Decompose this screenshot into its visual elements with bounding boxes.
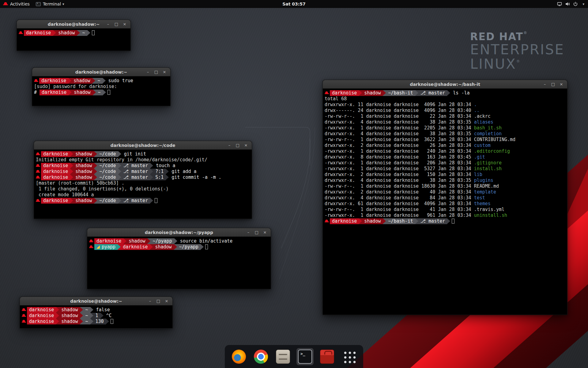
prompt-segment-path: ~/bash-it: [386, 90, 415, 96]
terminal-line: [sudo] password for darknoise:: [34, 84, 168, 90]
minimize-button[interactable]: –: [105, 21, 111, 27]
minimize-button[interactable]: –: [542, 81, 548, 87]
terminal-line: -rw-rw-r--. 1 darknoise darknoise 41 Jan…: [325, 207, 565, 213]
output-text: drwxrwxr-x. 2 darknoise darknoise 26 Jan…: [325, 143, 474, 148]
output-text: CONTRIBUTING.md: [474, 137, 515, 142]
clock[interactable]: Sat 03:57: [282, 2, 306, 6]
redhat-logo-icon: [3, 2, 8, 6]
prompt-segment-status: S:1: [153, 174, 166, 180]
maximize-button[interactable]: □: [254, 229, 260, 236]
window-titlebar[interactable]: darknoise@shadow:~ – □ ×: [17, 20, 130, 29]
close-button[interactable]: ×: [164, 298, 170, 304]
firefox-dock-button[interactable]: [230, 348, 247, 365]
output-text: custom: [474, 143, 491, 148]
prompt-segment-user: darknoise: [330, 218, 359, 224]
powerline-separator-icon: [90, 319, 93, 324]
close-button[interactable]: ×: [262, 229, 268, 236]
output-text: -rw-rw-r--. 1 darknoise darknoise 41 Jan…: [325, 207, 474, 212]
command-text: source bin/activate: [177, 238, 233, 244]
terminal-content[interactable]: darknoiseshadow~ falsedarknoiseshadow~1 …: [20, 305, 172, 328]
output-text: .gitignore: [474, 160, 502, 166]
powerline-separator-icon: [166, 174, 169, 180]
terminal-window: darknoise@shadow:~/bash-it – □ × darknoi…: [322, 80, 567, 315]
prompt-segment-path: ~/code: [97, 174, 118, 180]
output-text: bash_it.sh: [474, 125, 502, 131]
output-text: [master (root-commit) 50bcb63] .: [36, 180, 124, 186]
terminal-line: drwxrwxr-x. 4 darknoise darknoise 38 Jan…: [325, 119, 565, 125]
files-dock-button[interactable]: [274, 348, 292, 365]
prompt-segment-host: shadow: [153, 244, 174, 250]
terminal-dock-button[interactable]: [296, 348, 314, 365]
power-icon: [573, 2, 578, 6]
window-titlebar[interactable]: darknoise@shadow:~ – □ ×: [32, 68, 170, 76]
maximize-button[interactable]: □: [113, 21, 119, 27]
powerline-separator-icon: [174, 244, 177, 250]
chrome-dock-button[interactable]: [252, 348, 270, 365]
maximize-button[interactable]: □: [153, 69, 159, 75]
activities-button[interactable]: Activities: [0, 0, 33, 8]
terminal-line: # darknoiseshadow~: [34, 90, 168, 95]
window-titlebar[interactable]: darknoise@shadow:~/pyapp – □ ×: [87, 228, 271, 237]
system-status-area[interactable]: ▾: [553, 0, 588, 8]
window-titlebar[interactable]: darknoise@shadow:~ – □ ×: [20, 297, 172, 305]
close-button[interactable]: ×: [558, 81, 564, 87]
terminal-window: darknoise@shadow:~/code – □ × darknoises…: [34, 141, 252, 219]
powerline-separator-icon: [106, 319, 109, 324]
powerline-separator-icon: [90, 307, 93, 313]
git-branch-icon: ⎇: [123, 163, 131, 168]
powerline-separator-icon: [94, 151, 97, 157]
git-branch-icon: ⎇: [123, 174, 131, 180]
terminal-line: drwxrwxr-x. 2 darknoise darknoise 40 Jan…: [325, 189, 565, 195]
output-text: drwxrwxr-x. 2 darknoise darknoise 40 Jan…: [325, 189, 474, 195]
terminal-content[interactable]: darknoiseshadow~/bash-it⎇ master ls -lat…: [323, 89, 567, 315]
app-menu-button[interactable]: Terminal ▾: [33, 0, 67, 8]
output-text: -rwxrwxr-x. 1 darknoise darknoise 2205 J…: [325, 125, 474, 131]
command-text: git add a: [169, 169, 196, 174]
terminal-line: [master (root-commit) 50bcb63] .: [36, 180, 250, 186]
powerline-separator-icon: [383, 218, 386, 224]
prompt-segment-user: darknoise: [39, 78, 68, 84]
powerline-separator-icon: [94, 169, 97, 174]
minimize-button[interactable]: –: [147, 298, 153, 304]
prompt-segment-host: shadow: [362, 90, 383, 96]
powerline-separator-icon: [166, 169, 169, 174]
prompt-segment-path: ~: [83, 319, 90, 324]
maximize-button[interactable]: □: [550, 81, 556, 87]
powerline-separator-icon: [150, 198, 153, 204]
terminal-line: darknoiseshadow~/bash-it⎇ master ls -la: [325, 90, 565, 96]
terminal-line: darknoiseshadow~/code⎇ master: [36, 198, 250, 204]
prompt-segment-path: ~: [96, 90, 103, 95]
minimize-button[interactable]: –: [226, 142, 232, 148]
minimize-button[interactable]: –: [245, 229, 251, 236]
app-grid-dock-button[interactable]: [341, 348, 358, 365]
window-titlebar[interactable]: darknoise@shadow:~/code – □ ×: [34, 141, 252, 150]
terminal-content[interactable]: darknoiseshadow~/code git initInitialize…: [34, 150, 252, 219]
powerline-separator-icon: [150, 169, 153, 174]
terminal-content[interactable]: darknoiseshadow~/pyapp source bin/activa…: [87, 237, 271, 289]
terminal-line: darknoiseshadow~/bash-it⎇ master: [325, 218, 565, 224]
prompt-segment-path: ~/code: [97, 198, 118, 204]
window-titlebar[interactable]: darknoise@shadow:~/bash-it – □ ×: [323, 80, 567, 89]
powerline-separator-icon: [123, 238, 126, 244]
terminal-content[interactable]: darknoiseshadow~: [17, 29, 130, 51]
redhat-icon: [325, 90, 329, 96]
git-branch-icon: ⎇: [420, 90, 428, 96]
output-text: -rw-rw-r--. 1 darknoise darknoise 18630 …: [325, 183, 474, 189]
terminal-icon: [298, 350, 312, 364]
terminal-line: -rw-rw-r--. 1 darknoise darknoise 18630 …: [325, 183, 565, 189]
powerline-separator-icon: [100, 313, 104, 319]
powerline-separator-icon: [201, 244, 204, 250]
powerline-separator-icon: [92, 78, 95, 84]
output-text: Initialized empty Git repository in /hom…: [36, 157, 207, 163]
terminal-content[interactable]: darknoiseshadow~ sudo true[sudo] passwor…: [32, 76, 170, 106]
terminal-line: darknoiseshadow~: [19, 30, 129, 36]
toolbox-dock-button[interactable]: [318, 348, 336, 365]
prompt-segment-path: ~/code: [97, 169, 118, 174]
close-button[interactable]: ×: [161, 69, 168, 75]
maximize-button[interactable]: □: [235, 142, 241, 148]
close-button[interactable]: ×: [122, 21, 128, 27]
maximize-button[interactable]: □: [155, 298, 161, 304]
minimize-button[interactable]: –: [145, 69, 151, 75]
command-text: touch a: [153, 163, 175, 168]
close-button[interactable]: ×: [243, 142, 249, 148]
